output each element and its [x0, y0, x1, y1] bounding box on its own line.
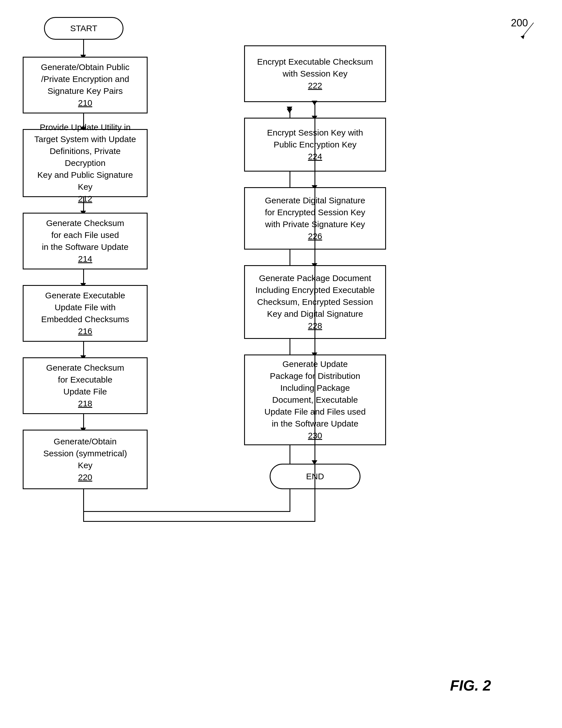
arrowhead-into-222 [287, 107, 293, 111]
box-212-label: Provide Update Utility inTarget System w… [34, 123, 136, 191]
box-214: Generate Checksumfor each File usedin th… [23, 213, 148, 269]
box-222: Encrypt Executable Checksumwith Session … [244, 45, 386, 102]
arrow-216-218 [83, 342, 84, 357]
start-node: START [44, 17, 123, 40]
arrow-214-216 [83, 269, 84, 285]
ref-210: 210 [78, 98, 92, 107]
ref-212: 212 [78, 194, 92, 203]
arrow-start-210 [83, 40, 84, 57]
box-210: Generate/Obtain Public/Private Encryptio… [23, 57, 148, 113]
arrow-218-220 [83, 414, 84, 430]
flowchart-diagram: 200 START Generate/Obtain Public/Private… [0, 0, 562, 728]
box-210-label: Generate/Obtain Public/Private Encryptio… [41, 62, 129, 96]
arrow-220-right [83, 511, 291, 512]
box-214-label: Generate Checksumfor each File usedin th… [42, 218, 128, 252]
ref-214: 214 [78, 254, 92, 263]
box-218: Generate Checksumfor ExecutableUpdate Fi… [23, 357, 148, 414]
box-220: Generate/ObtainSession (symmetrical)Key … [23, 430, 148, 489]
arrow-210-212 [83, 113, 84, 129]
arrow-n220-bend-v [83, 489, 84, 522]
arrow-n220-bend-h [83, 521, 315, 522]
box-222-label: Encrypt Executable Checksumwith Session … [257, 57, 373, 78]
figure-label: FIG. 2 [450, 677, 491, 694]
arrow-212-214 [83, 197, 84, 213]
box-216: Generate ExecutableUpdate File withEmbed… [23, 285, 148, 342]
box-212: Provide Update Utility inTarget System w… [23, 129, 148, 197]
ref-216: 216 [78, 326, 92, 336]
ref-222: 222 [308, 81, 322, 90]
arrow-right-col-line [315, 102, 315, 521]
ref-218: 218 [78, 399, 92, 408]
arrowhead-into-n222-top [312, 101, 317, 105]
svg-line-0 [522, 23, 534, 37]
svg-marker-1 [521, 35, 525, 39]
ref-220: 220 [78, 472, 92, 482]
ref-arrow [517, 20, 539, 43]
box-216-label: Generate ExecutableUpdate File withEmbed… [41, 291, 129, 324]
box-218-label: Generate Checksumfor ExecutableUpdate Fi… [46, 363, 124, 396]
box-220-label: Generate/ObtainSession (symmetrical)Key [43, 437, 127, 470]
start-label: START [70, 24, 97, 33]
